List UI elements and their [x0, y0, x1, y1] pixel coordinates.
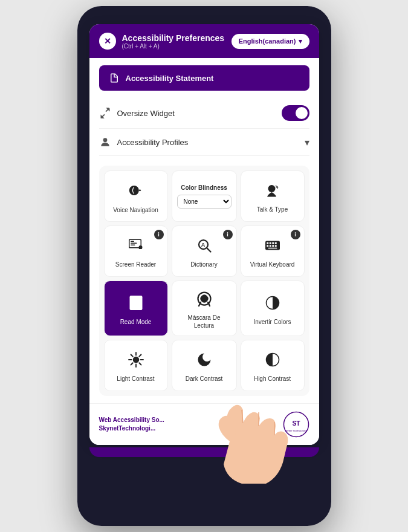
svg-line-11: [206, 248, 210, 252]
close-button[interactable]: ✕: [99, 33, 116, 50]
svg-rect-24: [131, 298, 140, 299]
svg-rect-25: [131, 300, 140, 302]
footer-line1: Web Accessibility So...: [99, 417, 164, 423]
settings-area: Oversize Widget Accessibility Profiles ▾: [89, 98, 319, 161]
accessibility-statement-button[interactable]: Accessibility Statement: [99, 65, 309, 91]
read-mode-icon: [127, 294, 145, 314]
person-icon: [99, 136, 111, 148]
svg-rect-22: [268, 248, 277, 249]
document-icon: [109, 73, 120, 83]
read-mode-item[interactable]: Read Mode: [104, 281, 168, 336]
panel-shortcut: (Ctrl + Alt + A): [122, 43, 225, 50]
svg-line-35: [139, 363, 141, 365]
light-contrast-icon: [127, 351, 145, 371]
svg-rect-19: [269, 245, 271, 247]
talk-type-item[interactable]: Talk & Type: [241, 170, 305, 222]
profiles-chevron: ▾: [305, 137, 309, 148]
dark-contrast-label: Dark Contrast: [186, 375, 223, 383]
voice-navigation-label: Voice Navigation: [113, 206, 158, 214]
svg-rect-17: [274, 242, 276, 244]
read-mode-label: Read Mode: [120, 318, 152, 326]
header-left: ✕ Accessibility Preferences (Ctrl + Alt …: [99, 33, 225, 50]
high-contrast-icon: [264, 351, 282, 371]
light-contrast-item[interactable]: Light Contrast: [104, 340, 168, 391]
svg-text:ST: ST: [292, 420, 300, 427]
svg-rect-14: [267, 242, 268, 244]
footer-text: Web Accessibility So... SkynetTechnologi…: [99, 416, 164, 433]
svg-rect-21: [274, 245, 276, 247]
dictionary-item[interactable]: i A Dictionary: [172, 225, 237, 277]
svg-rect-7: [131, 243, 137, 244]
oversize-widget-toggle[interactable]: [282, 105, 309, 121]
dark-contrast-icon: [195, 351, 213, 371]
talk-type-label: Talk & Type: [257, 206, 288, 213]
mascara-icon: [195, 290, 213, 310]
screen-reader-label: Screen Reader: [115, 261, 156, 268]
language-chevron: ▾: [299, 37, 302, 45]
color-blindness-item: Color Blindness None Protanopia Deuteran…: [172, 170, 237, 222]
language-label: English(canadian): [239, 37, 296, 45]
svg-point-0: [103, 138, 107, 142]
panel-footer: Web Accessibility So... SkynetTechnologi…: [89, 403, 319, 445]
resize-icon: [99, 107, 111, 119]
voice-navigation-icon: [126, 181, 146, 203]
svg-line-37: [131, 363, 132, 365]
dark-contrast-item[interactable]: Dark Contrast: [172, 340, 237, 391]
skynet-logo: ST SKYNET TECHNOLOGIES: [283, 411, 309, 438]
oversize-widget-label: Oversize Widget: [117, 109, 175, 118]
svg-rect-6: [131, 241, 134, 242]
oversize-widget-row: Oversize Widget: [99, 98, 309, 129]
panel-header: ✕ Accessibility Preferences (Ctrl + Alt …: [89, 24, 319, 58]
dictionary-label: Dictionary: [190, 261, 217, 268]
svg-text:A: A: [201, 242, 205, 248]
color-blindness-title: Color Blindness: [181, 184, 227, 191]
oversize-widget-left: Oversize Widget: [99, 107, 175, 119]
accessibility-profiles-label: Accessibility Profiles: [117, 138, 189, 147]
virtual-keyboard-info-badge[interactable]: i: [291, 230, 300, 239]
svg-point-2: [139, 190, 140, 191]
dictionary-info-badge[interactable]: i: [223, 230, 233, 239]
features-grid: Voice Navigation Color Blindness None Pr…: [99, 166, 309, 396]
color-blindness-select[interactable]: None Protanopia Deuteranopia Tritanopia: [177, 195, 232, 209]
dictionary-icon: A: [195, 236, 213, 257]
talk-type-icon: [264, 181, 282, 202]
svg-rect-20: [272, 245, 274, 247]
screen-reader-icon: [127, 236, 145, 257]
voice-navigation-item[interactable]: Voice Navigation: [104, 170, 168, 222]
svg-point-29: [132, 357, 139, 363]
mascara-label: Màscara De Lectura: [177, 314, 232, 329]
invertir-colors-item[interactable]: Invertir Colors: [241, 281, 305, 336]
accessibility-profiles-left: Accessibility Profiles: [99, 136, 189, 148]
svg-rect-15: [269, 242, 271, 244]
high-contrast-label: High Contrast: [254, 375, 291, 383]
svg-point-1: [129, 186, 138, 195]
accessibility-profiles-row[interactable]: Accessibility Profiles ▾: [99, 129, 309, 156]
high-contrast-item[interactable]: High Contrast: [241, 340, 305, 391]
svg-rect-18: [267, 245, 268, 247]
accessibility-statement-label: Accessibility Statement: [126, 74, 214, 83]
mascara-item[interactable]: Màscara De Lectura: [172, 281, 237, 336]
light-contrast-label: Light Contrast: [117, 375, 154, 383]
svg-line-34: [131, 355, 132, 357]
language-selector[interactable]: English(canadian) ▾: [232, 34, 309, 49]
phone-frame: ✕ Accessibility Preferences (Ctrl + Alt …: [77, 6, 331, 526]
bottom-bar: [89, 447, 319, 457]
footer-line2: SkynetTechnologi...: [99, 425, 156, 432]
svg-text:SKYNET TECHNOLOGIES: SKYNET TECHNOLOGIES: [285, 430, 307, 432]
svg-rect-16: [272, 242, 274, 244]
panel-title: Accessibility Preferences: [122, 33, 225, 43]
svg-rect-26: [131, 303, 138, 304]
svg-rect-8: [131, 245, 135, 246]
virtual-keyboard-label: Virtual Keyboard: [250, 261, 295, 268]
svg-point-3: [268, 185, 275, 192]
screen-reader-info-badge[interactable]: i: [154, 230, 164, 239]
accessibility-panel: ✕ Accessibility Preferences (Ctrl + Alt …: [89, 24, 319, 445]
virtual-keyboard-item[interactable]: i Virtual Keyboard: [241, 225, 305, 277]
invertir-colors-icon: [264, 294, 282, 314]
screen-reader-item[interactable]: i Screen Reader: [104, 225, 168, 277]
invertir-colors-label: Invertir Colors: [253, 318, 291, 326]
virtual-keyboard-icon: [264, 236, 282, 257]
header-title-block: Accessibility Preferences (Ctrl + Alt + …: [122, 33, 225, 50]
svg-line-36: [139, 355, 141, 357]
